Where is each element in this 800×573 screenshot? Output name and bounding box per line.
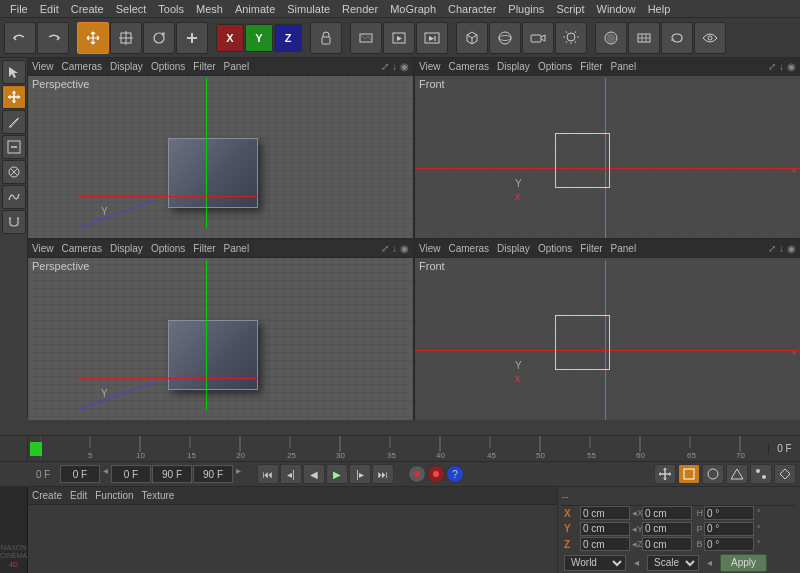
menu-edit[interactable]: Edit bbox=[34, 0, 65, 18]
timeline-marker-area[interactable]: 5 10 15 20 25 30 35 40 45 50 5 bbox=[28, 436, 768, 461]
vp-lock-1[interactable]: ◉ bbox=[400, 61, 409, 72]
vp-arrows-2[interactable]: ⤢ bbox=[768, 61, 776, 72]
menu-mograph[interactable]: MoGraph bbox=[384, 0, 442, 18]
vp-menu-cameras-2[interactable]: Cameras bbox=[449, 61, 490, 72]
menu-script[interactable]: Script bbox=[550, 0, 590, 18]
menu-render[interactable]: Render bbox=[336, 0, 384, 18]
vp-menu-view-4[interactable]: View bbox=[419, 243, 441, 254]
menu-window[interactable]: Window bbox=[591, 0, 642, 18]
viewport-front-bottom[interactable]: View Cameras Display Options Filter Pane… bbox=[415, 240, 800, 420]
menu-select[interactable]: Select bbox=[110, 0, 153, 18]
vp-menu-filter-2[interactable]: Filter bbox=[580, 61, 602, 72]
undo-button[interactable] bbox=[4, 22, 36, 54]
help-button[interactable]: ? bbox=[446, 465, 464, 483]
menu-plugins[interactable]: Plugins bbox=[502, 0, 550, 18]
menu-tools[interactable]: Tools bbox=[152, 0, 190, 18]
next-key-button[interactable]: |▸ bbox=[349, 464, 371, 484]
go-start-button[interactable]: ⏮ bbox=[257, 464, 279, 484]
z-axis-button[interactable]: Z bbox=[274, 24, 302, 52]
play-button[interactable]: ▶ bbox=[326, 464, 348, 484]
vp-menu-panel-4[interactable]: Panel bbox=[611, 243, 637, 254]
timeline-current-marker[interactable] bbox=[30, 442, 42, 456]
vp-down-2[interactable]: ↓ bbox=[779, 61, 784, 72]
end-frame-input[interactable] bbox=[152, 465, 192, 483]
menu-animate[interactable]: Animate bbox=[229, 0, 281, 18]
vp-menu-panel-1[interactable]: Panel bbox=[224, 61, 250, 72]
vp-down-1[interactable]: ↓ bbox=[392, 61, 397, 72]
scale-tool-button[interactable] bbox=[110, 22, 142, 54]
play-reverse-button[interactable]: ◀ bbox=[303, 464, 325, 484]
menu-file[interactable]: File bbox=[4, 0, 34, 18]
vp-menu-options-3[interactable]: Options bbox=[151, 243, 185, 254]
point-mode-btn[interactable] bbox=[750, 464, 772, 484]
triangle-mode-btn[interactable] bbox=[726, 464, 748, 484]
vp-menu-display-1[interactable]: Display bbox=[110, 61, 143, 72]
camera-button[interactable] bbox=[522, 22, 554, 54]
vp-down-3[interactable]: ↓ bbox=[392, 243, 397, 254]
vp-down-4[interactable]: ↓ bbox=[779, 243, 784, 254]
coord-x-rot-input[interactable]: 0 cm bbox=[642, 506, 692, 520]
vp-menu-display-4[interactable]: Display bbox=[497, 243, 530, 254]
circle-mode-btn[interactable] bbox=[702, 464, 724, 484]
timeline-button[interactable] bbox=[628, 22, 660, 54]
world-select[interactable]: World Object Camera bbox=[564, 555, 626, 571]
preview-end-input[interactable] bbox=[193, 465, 233, 483]
keyframe-mode-btn[interactable] bbox=[774, 464, 796, 484]
vp-menu-cameras-4[interactable]: Cameras bbox=[449, 243, 490, 254]
sidebar-paint-btn[interactable] bbox=[2, 110, 26, 134]
vp-menu-display-3[interactable]: Display bbox=[110, 243, 143, 254]
vp-menu-filter-4[interactable]: Filter bbox=[580, 243, 602, 254]
vp-arrows-4[interactable]: ⤢ bbox=[768, 243, 776, 254]
vp-menu-options-1[interactable]: Options bbox=[151, 61, 185, 72]
coord-h-input[interactable]: 0 ° bbox=[704, 506, 754, 520]
apply-button[interactable]: Apply bbox=[720, 554, 767, 572]
vp-arrows-1[interactable]: ⤢ bbox=[381, 61, 389, 72]
add-object-button[interactable] bbox=[176, 22, 208, 54]
coord-x-pos-input[interactable]: 0 cm bbox=[580, 506, 630, 520]
sidebar-scale-btn[interactable] bbox=[2, 135, 26, 159]
vp-menu-panel-3[interactable]: Panel bbox=[224, 243, 250, 254]
menu-mesh[interactable]: Mesh bbox=[190, 0, 229, 18]
menu-help[interactable]: Help bbox=[642, 0, 677, 18]
vp-menu-view-2[interactable]: View bbox=[419, 61, 441, 72]
lock-button[interactable] bbox=[310, 22, 342, 54]
menu-simulate[interactable]: Simulate bbox=[281, 0, 336, 18]
coord-y-rot-input[interactable]: 0 cm bbox=[642, 522, 692, 536]
menu-create[interactable]: Create bbox=[65, 0, 110, 18]
vp-menu-cameras-3[interactable]: Cameras bbox=[62, 243, 103, 254]
cube-button[interactable] bbox=[456, 22, 488, 54]
mat-edit[interactable]: Edit bbox=[70, 490, 87, 501]
vp-lock-3[interactable]: ◉ bbox=[400, 243, 409, 254]
mat-function[interactable]: Function bbox=[95, 490, 133, 501]
record-button[interactable] bbox=[408, 465, 426, 483]
vp-menu-cameras-1[interactable]: Cameras bbox=[62, 61, 103, 72]
vp-menu-view-3[interactable]: View bbox=[32, 243, 54, 254]
material-button[interactable] bbox=[595, 22, 627, 54]
light-button[interactable] bbox=[555, 22, 587, 54]
vp-menu-filter-3[interactable]: Filter bbox=[193, 243, 215, 254]
sphere-button[interactable] bbox=[489, 22, 521, 54]
render-frame-button[interactable] bbox=[383, 22, 415, 54]
vp-lock-4[interactable]: ◉ bbox=[787, 243, 796, 254]
go-end-button[interactable]: ⏭ bbox=[372, 464, 394, 484]
sidebar-move-btn[interactable] bbox=[2, 85, 26, 109]
vp-menu-panel-2[interactable]: Panel bbox=[611, 61, 637, 72]
redo-button[interactable] bbox=[37, 22, 69, 54]
mode-orange-btn[interactable] bbox=[678, 464, 700, 484]
coord-p-input[interactable]: 0 ° bbox=[704, 522, 754, 536]
render-all-button[interactable] bbox=[416, 22, 448, 54]
menu-character[interactable]: Character bbox=[442, 0, 502, 18]
vp-menu-options-2[interactable]: Options bbox=[538, 61, 572, 72]
render-region-button[interactable] bbox=[350, 22, 382, 54]
move-tool-button[interactable] bbox=[77, 22, 109, 54]
coord-y-pos-input[interactable]: 0 cm bbox=[580, 522, 630, 536]
sidebar-tool3-btn[interactable] bbox=[2, 160, 26, 184]
sidebar-select-btn[interactable] bbox=[2, 60, 26, 84]
vp-arrows-3[interactable]: ⤢ bbox=[381, 243, 389, 254]
y-axis-button[interactable]: Y bbox=[245, 24, 273, 52]
mat-create[interactable]: Create bbox=[32, 490, 62, 501]
coord-z-pos-input[interactable]: 0 cm bbox=[580, 537, 630, 551]
viewport-front-top[interactable]: View Cameras Display Options Filter Pane… bbox=[415, 58, 800, 238]
vp-menu-options-4[interactable]: Options bbox=[538, 243, 572, 254]
coord-z-rot-input[interactable]: 0 cm bbox=[642, 537, 692, 551]
